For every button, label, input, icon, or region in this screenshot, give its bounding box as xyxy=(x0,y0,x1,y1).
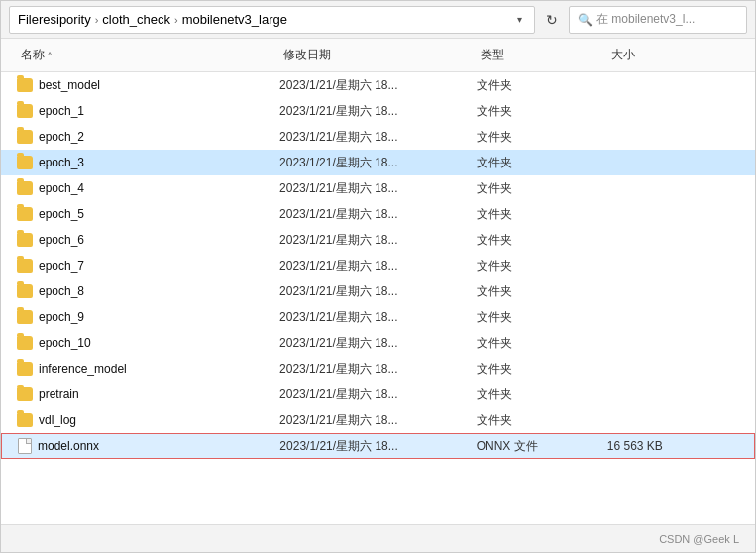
file-modified-text: 2023/1/21/星期六 18... xyxy=(279,180,477,197)
folder-icon xyxy=(17,207,33,221)
folder-icon xyxy=(17,130,33,144)
file-type-text: 文件夹 xyxy=(477,77,608,94)
file-icon xyxy=(18,438,32,454)
folder-icon xyxy=(17,259,33,273)
file-name-text: epoch_8 xyxy=(39,284,84,298)
file-name-cell: model.onnx xyxy=(18,438,279,454)
footer: CSDN @Geek L xyxy=(1,524,755,552)
file-modified-text: 2023/1/21/星期六 18... xyxy=(279,155,477,171)
file-name-text: epoch_10 xyxy=(39,336,91,350)
breadcrumb-cloth-check[interactable]: cloth_check xyxy=(102,12,170,27)
breadcrumb-fileresipority[interactable]: Fileresipority xyxy=(18,12,91,27)
folder-icon xyxy=(17,310,33,324)
file-type-text: ONNX 文件 xyxy=(477,438,607,455)
file-name-cell: epoch_4 xyxy=(17,181,279,195)
file-name-text: pretrain xyxy=(39,387,79,401)
file-name-cell: epoch_5 xyxy=(17,207,279,221)
col-header-name[interactable]: 名称 ^ xyxy=(17,43,279,67)
table-row[interactable]: epoch_102023/1/21/星期六 18...文件夹 xyxy=(1,330,755,356)
file-type-text: 文件夹 xyxy=(477,283,608,300)
file-name-text: epoch_3 xyxy=(39,156,84,169)
file-type-text: 文件夹 xyxy=(477,387,608,403)
file-modified-text: 2023/1/21/星期六 18... xyxy=(279,232,477,249)
file-modified-text: 2023/1/21/星期六 18... xyxy=(279,129,477,146)
file-list: best_model2023/1/21/星期六 18...文件夹epoch_12… xyxy=(1,72,755,524)
file-type-text: 文件夹 xyxy=(477,206,608,223)
file-name-text: model.onnx xyxy=(38,439,99,453)
breadcrumb-dropdown-button[interactable]: ▾ xyxy=(513,14,526,25)
file-explorer-window: Fileresipority › cloth_check › mobilenet… xyxy=(0,0,756,553)
file-type-text: 文件夹 xyxy=(477,361,608,378)
file-name-cell: epoch_10 xyxy=(17,336,279,350)
file-size-text: 16 563 KB xyxy=(607,439,738,453)
table-row[interactable]: epoch_12023/1/21/星期六 18...文件夹 xyxy=(1,98,755,124)
file-name-text: epoch_1 xyxy=(39,104,84,118)
file-name-cell: best_model xyxy=(17,78,279,92)
file-modified-text: 2023/1/21/星期六 18... xyxy=(279,412,477,429)
breadcrumb[interactable]: Fileresipority › cloth_check › mobilenet… xyxy=(9,6,535,34)
col-header-size[interactable]: 大小 xyxy=(607,43,739,67)
file-modified-text: 2023/1/21/星期六 18... xyxy=(279,77,477,94)
file-modified-text: 2023/1/21/星期六 18... xyxy=(279,361,477,378)
folder-icon xyxy=(17,336,33,350)
table-row[interactable]: inference_model2023/1/21/星期六 18...文件夹 xyxy=(1,356,755,382)
file-name-text: epoch_4 xyxy=(39,181,84,195)
file-type-text: 文件夹 xyxy=(477,258,608,275)
table-row[interactable]: epoch_52023/1/21/星期六 18...文件夹 xyxy=(1,201,755,227)
file-name-text: best_model xyxy=(39,78,100,92)
file-type-text: 文件夹 xyxy=(477,335,608,352)
file-modified-text: 2023/1/21/星期六 18... xyxy=(279,387,477,403)
table-row[interactable]: epoch_22023/1/21/星期六 18...文件夹 xyxy=(1,124,755,150)
breadcrumb-sep-1: › xyxy=(95,14,99,26)
table-row[interactable]: best_model2023/1/21/星期六 18...文件夹 xyxy=(1,72,755,98)
folder-icon xyxy=(17,181,33,195)
address-bar: Fileresipority › cloth_check › mobilenet… xyxy=(1,1,755,39)
column-headers: 名称 ^ 修改日期 类型 大小 xyxy=(1,39,755,72)
folder-icon xyxy=(17,78,33,92)
file-name-cell: pretrain xyxy=(17,387,279,401)
table-row[interactable]: pretrain2023/1/21/星期六 18...文件夹 xyxy=(1,382,755,407)
table-row[interactable]: epoch_82023/1/21/星期六 18...文件夹 xyxy=(1,278,755,304)
folder-icon xyxy=(17,284,33,298)
file-type-text: 文件夹 xyxy=(477,129,608,146)
file-name-text: epoch_6 xyxy=(39,233,84,247)
file-name-text: epoch_7 xyxy=(39,259,84,273)
file-name-text: epoch_9 xyxy=(39,310,84,324)
col-header-type[interactable]: 类型 xyxy=(477,43,608,67)
breadcrumb-sep-2: › xyxy=(174,14,178,26)
file-name-cell: inference_model xyxy=(17,362,279,376)
file-name-cell: epoch_8 xyxy=(17,284,279,298)
search-bar[interactable]: 🔍 在 mobilenetv3_l... xyxy=(569,6,747,34)
folder-icon xyxy=(17,104,33,118)
file-name-cell: epoch_9 xyxy=(17,310,279,324)
table-row[interactable]: vdl_log2023/1/21/星期六 18...文件夹 xyxy=(1,407,755,433)
file-name-cell: epoch_7 xyxy=(17,259,279,273)
table-row[interactable]: epoch_62023/1/21/星期六 18...文件夹 xyxy=(1,227,755,253)
refresh-button[interactable]: ↻ xyxy=(539,8,565,32)
file-name-cell: epoch_1 xyxy=(17,104,279,118)
col-header-modified[interactable]: 修改日期 xyxy=(279,43,477,67)
file-type-text: 文件夹 xyxy=(477,155,608,171)
table-row[interactable]: epoch_92023/1/21/星期六 18...文件夹 xyxy=(1,304,755,330)
table-row[interactable]: model.onnx2023/1/21/星期六 18...ONNX 文件16 5… xyxy=(1,433,755,459)
table-row[interactable]: epoch_32023/1/21/星期六 18...文件夹 xyxy=(1,150,755,175)
folder-icon xyxy=(17,387,33,401)
file-type-text: 文件夹 xyxy=(477,180,608,197)
search-icon: 🔍 xyxy=(578,13,593,27)
file-name-text: inference_model xyxy=(39,362,127,376)
table-row[interactable]: epoch_72023/1/21/星期六 18...文件夹 xyxy=(1,253,755,278)
breadcrumb-mobilenetv3[interactable]: mobilenetv3_large xyxy=(182,12,287,27)
search-placeholder-text: 在 mobilenetv3_l... xyxy=(596,11,738,28)
file-type-text: 文件夹 xyxy=(477,103,608,120)
sort-arrow-name: ^ xyxy=(48,51,52,60)
file-name-cell: epoch_6 xyxy=(17,233,279,247)
file-name-text: vdl_log xyxy=(39,413,76,427)
file-modified-text: 2023/1/21/星期六 18... xyxy=(279,258,477,275)
folder-icon xyxy=(17,233,33,247)
table-row[interactable]: epoch_42023/1/21/星期六 18...文件夹 xyxy=(1,175,755,201)
file-type-text: 文件夹 xyxy=(477,412,608,429)
folder-icon xyxy=(17,413,33,427)
folder-icon xyxy=(17,362,33,376)
watermark: CSDN @Geek L xyxy=(659,533,739,545)
file-name-cell: epoch_3 xyxy=(17,156,279,169)
